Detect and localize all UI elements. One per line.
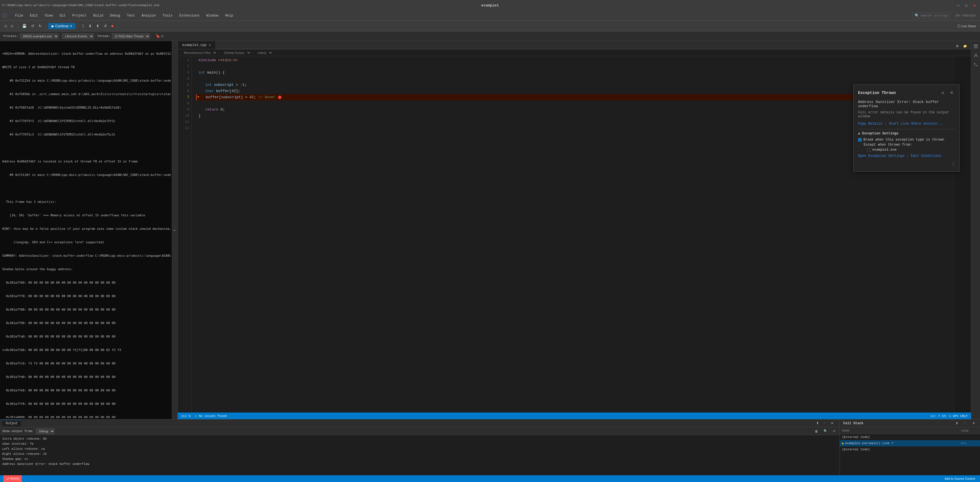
code-line-2 xyxy=(196,64,954,70)
menu-project[interactable]: Project xyxy=(70,13,89,19)
menu-file[interactable]: File xyxy=(12,13,26,19)
line-numbers: 1 2 3 4 5 6 7 8 9 10 11 12 xyxy=(178,56,192,412)
break-when-thrown-row: ✓ Break when this exception type is thro… xyxy=(858,138,955,142)
output-tabs: Output ⬆ ⋯ ✕ xyxy=(0,420,840,427)
minimize-button[interactable]: ─ xyxy=(955,2,961,9)
break-checkbox[interactable]: ✓ xyxy=(858,138,862,142)
edit-conditions-link[interactable]: Edit Conditions xyxy=(911,154,941,158)
output-line: Shadow gap: cc xyxy=(2,456,837,461)
ln-5: 5 xyxy=(178,82,189,88)
breadcrumb-scope-select[interactable]: (Global Scope) xyxy=(221,50,251,55)
menu-edit[interactable]: Edit xyxy=(27,13,41,19)
editor-status-bar: 111 % ● No issues found Ln: 7 Ch: 1 SPC … xyxy=(178,412,971,419)
output-line: Left alloca redzone: ca xyxy=(2,446,837,452)
back-button[interactable]: ◁ xyxy=(2,23,8,29)
breadcrumb-folder-select[interactable]: Miscellaneous Files xyxy=(181,50,217,55)
stop-button[interactable]: ■ xyxy=(110,23,115,29)
redo-button[interactable]: ↻ xyxy=(37,23,43,29)
popup-restore-button[interactable]: ⧉ xyxy=(940,90,946,96)
output-panel: Output ⬆ ⋯ ✕ Show output from: Debug 🗑 🔍… xyxy=(0,420,840,475)
output-content: Intra object redzone: bb ASan internal: … xyxy=(0,435,840,475)
call-stack-close-icon[interactable]: ✕ xyxy=(971,420,977,426)
editor-settings-icon[interactable]: ⚙ xyxy=(954,43,960,49)
menu-view[interactable]: View xyxy=(42,13,56,19)
process-select[interactable]: {9824} example1.exe xyxy=(20,34,59,39)
forward-button[interactable]: ▷ xyxy=(10,23,16,29)
output-source-select[interactable]: Debug xyxy=(36,428,55,434)
close-button[interactable]: ✕ xyxy=(971,2,978,9)
menu-extensions[interactable]: Extensions xyxy=(177,13,202,19)
menu-test[interactable]: Test xyxy=(124,13,138,19)
popup-bottom-links: Open Exception Settings | Edit Condition… xyxy=(858,154,955,158)
menu-tools[interactable]: Tools xyxy=(160,13,175,19)
git-branch-icon: ⎇ xyxy=(6,477,9,480)
output-wrap-button[interactable]: ↵ xyxy=(831,428,837,434)
debug-bar: Process: {9824} example1.exe Lifecycle E… xyxy=(0,32,980,41)
menu-git[interactable]: Git xyxy=(57,13,68,19)
arrow-right-icon: ▶ xyxy=(174,228,176,232)
status-right: Add to Source Control xyxy=(943,476,977,482)
link-separator: | xyxy=(885,122,886,126)
team-explorer-sidebar-icon[interactable] xyxy=(972,52,979,59)
live-share-session-link[interactable]: Start Live Share session... xyxy=(889,122,943,126)
example1-label: example1.exe xyxy=(872,148,896,152)
lifecycle-select[interactable]: Lifecycle Events xyxy=(62,34,94,39)
menu-help[interactable]: Help xyxy=(222,13,236,19)
exception-title: Exception Thrown xyxy=(858,91,896,95)
copy-details-link[interactable]: Copy Details xyxy=(858,122,882,126)
popup-close-button[interactable]: ✕ xyxy=(948,89,955,96)
breadcrumb-function-select[interactable]: main() xyxy=(255,50,273,55)
step-into-button[interactable]: ⬇ xyxy=(87,23,93,29)
editor-tab-example1[interactable]: example1.cpp ✕ xyxy=(178,41,216,49)
tab-close-icon[interactable]: ✕ xyxy=(208,43,211,48)
output-close-icon[interactable]: ✕ xyxy=(829,420,835,426)
menu-debug[interactable]: Debug xyxy=(107,13,123,19)
continue-button[interactable]: ▶ Continue ▼ xyxy=(48,23,76,29)
menu-build[interactable]: Build xyxy=(90,13,106,19)
call-stack-options-icon[interactable]: ⋯ xyxy=(962,420,969,426)
maximize-button[interactable]: □ xyxy=(964,2,969,9)
terminal-line: This frame has 1 object(s): xyxy=(2,200,170,204)
add-source-control-button[interactable]: Add to Source Control xyxy=(943,476,977,482)
output-clear-button[interactable]: 🗑 xyxy=(813,428,820,434)
svg-rect-2 xyxy=(974,48,978,48)
save-button[interactable]: 💾 xyxy=(21,23,28,29)
example1-checkbox[interactable] xyxy=(867,148,871,152)
git-changes-sidebar-icon[interactable] xyxy=(972,61,979,68)
output-find-button[interactable]: 🔍 xyxy=(822,428,829,434)
terminal-line: #1 0xf5856b in _scrt_common_main_seh d:\… xyxy=(2,92,170,96)
no-issues-icon: ● xyxy=(195,414,197,418)
no-issues-label: No issues found xyxy=(199,414,226,418)
step-over-button[interactable]: ⤵ xyxy=(80,23,86,29)
output-tab[interactable]: Output xyxy=(2,420,21,426)
output-line: Intra object redzone: bb xyxy=(2,436,837,441)
open-exception-settings-link[interactable]: Open Exception Settings xyxy=(858,154,905,158)
step-out-button[interactable]: ⬆ xyxy=(94,23,101,29)
menu-analyze[interactable]: Analyze xyxy=(139,13,158,19)
zoom-level[interactable]: 111 % xyxy=(181,414,190,418)
title-bar-center: example1 xyxy=(481,3,499,8)
solution-explorer-sidebar-icon[interactable] xyxy=(972,43,979,50)
thread-select[interactable]: [17592] Main Thread xyxy=(112,34,150,39)
undo-button[interactable]: ↺ xyxy=(29,23,36,29)
output-options-icon[interactable]: ⋯ xyxy=(822,420,828,426)
code-area[interactable]: #include <stdio.h> int main() { int subs… xyxy=(192,56,954,412)
output-expand-icon[interactable]: ⬆ xyxy=(815,420,821,426)
code-line-4 xyxy=(196,76,954,82)
svg-point-5 xyxy=(976,65,977,66)
main-layout: =9824==ERROR: AddressSanitizer: stack-bu… xyxy=(0,41,980,419)
restart-button[interactable]: ↺ xyxy=(102,23,108,29)
exception-settings-title: ▲ Exception Settings xyxy=(858,132,955,136)
output-tab-label: Output xyxy=(6,421,18,425)
show-output-label: Show output from: xyxy=(2,429,33,433)
cs-row-external-2[interactable]: [External Code] xyxy=(840,446,980,453)
vs-logo: ⬡ xyxy=(2,13,7,19)
live-share-button[interactable]: ⬡ Live Share xyxy=(956,23,978,29)
continue-label: Continue xyxy=(55,24,69,28)
menu-window[interactable]: Window xyxy=(204,13,221,19)
cs-row-main[interactable]: ▶ example1.exe!main() Line 7 C++ xyxy=(840,440,980,446)
call-stack-expand-icon[interactable]: ⬆ xyxy=(954,420,960,426)
int-preview-badge: INT PREVIEW xyxy=(955,14,975,18)
cs-row-external-1[interactable]: [External Code] xyxy=(840,434,980,440)
solution-explorer-icon[interactable]: 📁 xyxy=(961,43,969,49)
